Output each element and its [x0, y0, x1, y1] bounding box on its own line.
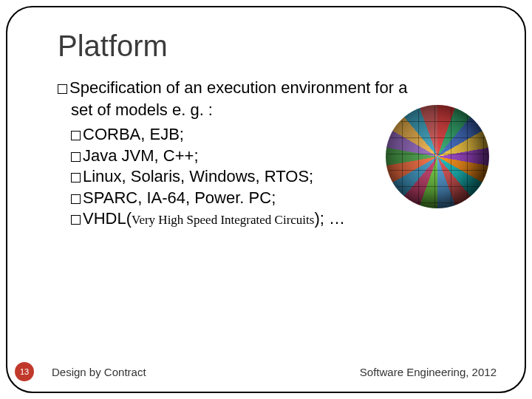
sub-bullet-4: SPARC, IA-64, Power. PC;	[58, 188, 495, 209]
bullet-box-icon	[71, 152, 81, 162]
sub-bullet-5: VHDL(Very High Speed Integrated Circuits…	[58, 208, 495, 230]
footer-left: Design by Contract	[52, 366, 146, 378]
main-bullet-text-a: Specification of an execution environmen…	[69, 78, 407, 97]
content-area: Platform Specification of an execution e…	[58, 30, 495, 230]
sub-text: Linux, Solaris, Windows, RTOS;	[83, 167, 313, 185]
sub-bullet-3: Linux, Solaris, Windows, RTOS;	[58, 166, 495, 188]
main-bullet-line2: set of models e. g. :	[58, 100, 495, 120]
sub-bullet-1: CORBA, EJB;	[58, 124, 495, 146]
sub-text: CORBA, EJB;	[83, 125, 184, 143]
page-number-badge: 13	[15, 362, 34, 381]
sub-text-c: ); …	[314, 209, 345, 228]
slide: Platform Specification of an execution e…	[0, 0, 532, 399]
main-bullet-line1: Specification of an execution environmen…	[58, 78, 495, 98]
bullet-box-icon	[71, 194, 81, 204]
slide-title: Platform	[58, 30, 495, 63]
footer-right: Software Engineering, 2012	[360, 366, 497, 378]
sub-text: SPARC, IA-64, Power. PC;	[83, 188, 276, 207]
bullet-box-icon	[71, 173, 81, 183]
bullet-box-icon	[58, 84, 67, 94]
sub-text: Java JVM, C++;	[83, 146, 199, 165]
sub-bullet-2: Java JVM, C++;	[58, 146, 495, 167]
sub-text-b: Very High Speed Integrated Circuits	[132, 213, 314, 227]
bullet-box-icon	[71, 131, 81, 140]
bullet-box-icon	[71, 215, 81, 225]
sub-text-a: VHDL(	[83, 209, 132, 228]
